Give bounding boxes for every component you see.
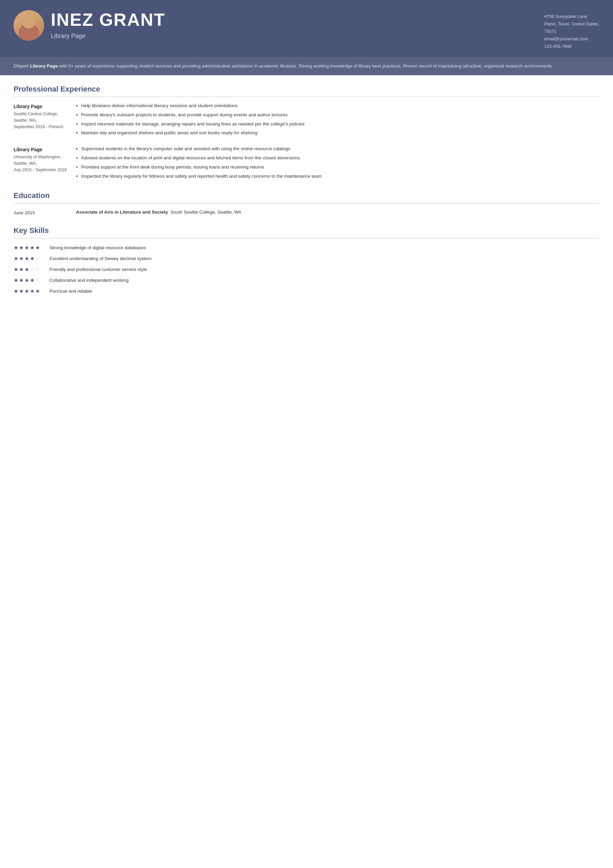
star-icon: ★ (25, 265, 29, 274)
avatar (14, 10, 44, 41)
star-icon: ★ (14, 276, 18, 284)
star-icon: ★ (14, 255, 18, 263)
star-icon: ★ (14, 287, 18, 295)
edu-degree-0: Associate of Arts in Literature and Soci… (76, 209, 599, 216)
education-divider (14, 203, 599, 203)
star-icon: ★ (14, 265, 18, 274)
job-1: Library Page Seattle Central College, Se… (14, 102, 599, 139)
experience-divider (14, 97, 599, 97)
star-icon: ★ (19, 244, 24, 252)
star-empty-icon: ☆ (35, 265, 40, 274)
job-2-left: Library Page University of Washington, S… (14, 146, 68, 182)
job-1-dates: September 2018 - Present (14, 124, 68, 130)
list-item: Advised students on the location of prin… (76, 155, 599, 162)
education-title: Education (14, 190, 599, 201)
edu-school-0: South Seattle College, Seattle, WA (170, 209, 241, 215)
star-icon: ★ (25, 244, 29, 252)
star-icon: ★ (25, 276, 29, 284)
stars-0: ★ ★ ★ ★ ★ (14, 244, 44, 252)
list-item: Inspected the library regularly for tidi… (76, 173, 599, 180)
star-icon: ★ (19, 255, 24, 263)
summary-section: Diligent Library Page with 5+ years of e… (0, 57, 613, 75)
star-icon: ★ (30, 255, 34, 263)
edu-date-0: June 2015 (14, 209, 68, 216)
list-item: Maintain tidy and organized shelves and … (76, 130, 599, 136)
summary-bold: Library Page (30, 64, 58, 68)
phone: 123-456-7890 (544, 43, 599, 50)
education-entry-0: June 2015 Associate of Arts in Literatur… (14, 209, 599, 216)
skill-label-4: Punctual and reliable (50, 288, 92, 294)
skill-label-3: Collaborative and independent working (50, 277, 128, 284)
star-empty-icon: ☆ (35, 276, 40, 284)
list-item: Help librarians deliver informational li… (76, 102, 599, 110)
address-line1: 4759 Sunnydale Lane (544, 13, 599, 20)
edu-degree-name-0: Associate of Arts in Literature and Soci… (76, 209, 168, 215)
full-name: INEZ GRANT (51, 10, 166, 29)
job-1-left: Library Page Seattle Central College, Se… (14, 102, 68, 139)
skills-section: Key Skills ★ ★ ★ ★ ★ Strong knowledge of… (14, 225, 599, 295)
skill-row-0: ★ ★ ★ ★ ★ Strong knowledge of digital re… (14, 244, 599, 252)
skill-label-2: Friendly and professional customer servi… (50, 266, 147, 273)
skill-row-1: ★ ★ ★ ★ ☆ Excellent understanding of Dew… (14, 255, 599, 263)
star-empty-icon: ☆ (30, 265, 34, 274)
education-section: Education June 2015 Associate of Arts in… (14, 190, 599, 216)
skill-row-4: ★ ★ ★ ★ ★ Punctual and reliable (14, 287, 599, 295)
header-left: INEZ GRANT Library Page (14, 10, 166, 41)
skill-row-3: ★ ★ ★ ★ ☆ Collaborative and independent … (14, 276, 599, 284)
email: email@youremail.com (544, 35, 599, 43)
star-icon: ★ (19, 276, 24, 284)
stars-2: ★ ★ ★ ☆ ☆ (14, 265, 44, 274)
star-icon: ★ (19, 287, 24, 295)
summary-text-before: Diligent (14, 64, 30, 68)
job-2: Library Page University of Washington, S… (14, 146, 599, 182)
list-item: Inspect returned materials for damage, a… (76, 121, 599, 128)
resume-header: INEZ GRANT Library Page 4759 Sunnydale L… (0, 0, 613, 57)
skills-divider (14, 238, 599, 239)
job-2-employer: University of Washington, Seattle, WA, (14, 154, 68, 167)
star-icon: ★ (25, 287, 29, 295)
list-item: Promote library's outreach projects to s… (76, 112, 599, 119)
stars-4: ★ ★ ★ ★ ★ (14, 287, 44, 295)
contact-block: 4759 Sunnydale Lane Plano, Texas, United… (544, 13, 599, 50)
star-icon: ★ (14, 244, 18, 252)
job-2-bullets: Supervised students in the library's com… (76, 146, 599, 182)
skills-title: Key Skills (14, 225, 599, 236)
name-block: INEZ GRANT Library Page (51, 10, 166, 41)
star-icon: ★ (30, 244, 34, 252)
star-icon: ★ (30, 287, 34, 295)
main-content: Professional Experience Library Page Sea… (0, 75, 613, 317)
zip-code: 75071 (544, 28, 599, 35)
stars-1: ★ ★ ★ ★ ☆ (14, 255, 44, 263)
star-icon: ★ (35, 244, 40, 252)
job-title: Library Page (51, 31, 166, 41)
list-item: Supervised students in the library's com… (76, 146, 599, 153)
job-2-dates: July 2015 - September 2018 (14, 167, 68, 173)
skill-row-2: ★ ★ ★ ☆ ☆ Friendly and professional cust… (14, 265, 599, 274)
job-2-title: Library Page (14, 146, 68, 153)
list-item: Provided support at the front desk durin… (76, 164, 599, 171)
job-1-title: Library Page (14, 103, 68, 110)
star-icon: ★ (25, 255, 29, 263)
experience-title: Professional Experience (14, 84, 599, 95)
star-empty-icon: ☆ (35, 255, 40, 263)
star-icon: ★ (19, 265, 24, 274)
stars-3: ★ ★ ★ ★ ☆ (14, 276, 44, 284)
star-icon: ★ (30, 276, 34, 284)
summary-text-after: with 5+ years of experience supporting s… (58, 64, 553, 68)
job-1-bullets: Help librarians deliver informational li… (76, 102, 599, 139)
skill-label-0: Strong knowledge of digital resource dat… (50, 245, 146, 251)
address-line2: Plano, Texas, United States, (544, 20, 599, 28)
job-1-employer: Seattle Central College, Seattle, WA, (14, 111, 68, 124)
skill-label-1: Excellent understanding of Dewey decimal… (50, 255, 152, 262)
experience-section: Professional Experience Library Page Sea… (14, 84, 599, 182)
star-icon: ★ (35, 287, 40, 295)
